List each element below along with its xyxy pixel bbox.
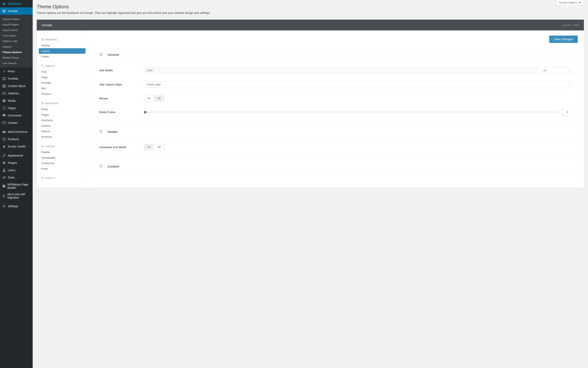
mail-icon: [2, 121, 6, 125]
nav-customize[interactable]: Customize: [39, 160, 86, 166]
nav-search[interactable]: Search: [39, 129, 86, 134]
user-icon: [2, 168, 6, 172]
submenu-support[interactable]: Support: [0, 44, 33, 49]
nav-product[interactable]: Product: [39, 91, 86, 97]
nav-group-label: General: [45, 38, 58, 41]
nav-posts[interactable]: Posts: [39, 106, 86, 112]
nav-post[interactable]: Post: [39, 69, 86, 74]
toggle-off[interactable]: Off: [154, 144, 164, 150]
boxed-toggle[interactable]: On Off: [144, 95, 164, 101]
nav-group-single: Single: [39, 63, 86, 69]
menu-media[interactable]: Media: [0, 97, 33, 104]
nav-footer[interactable]: Footer: [39, 54, 86, 59]
submenu-live-search[interactable]: Live Search: [0, 61, 33, 66]
nav-authors[interactable]: Authors: [39, 123, 86, 129]
nav-layout[interactable]: Layout: [39, 48, 86, 54]
menu-comments[interactable]: Comments: [0, 112, 33, 119]
body-frame-slider[interactable]: [144, 112, 559, 112]
nav-group-label: Archives: [45, 102, 59, 105]
menu-contact[interactable]: Contact: [0, 119, 33, 127]
layout-align-select[interactable]: Center align ▼: [144, 81, 572, 88]
menu-label: WPBakery Page Builder: [7, 183, 31, 189]
submenu-related-posts[interactable]: Related Posts: [0, 55, 33, 61]
panel-version: Uncode 1.7.RC2: [562, 24, 579, 26]
menu-settings[interactable]: Settings: [0, 202, 33, 210]
media-icon: [2, 99, 6, 103]
menu-galleries[interactable]: Galleries: [0, 90, 33, 97]
section-title: General: [107, 53, 119, 56]
menu-label: Dashboard: [8, 2, 22, 5]
menu-label: Posts: [8, 70, 15, 73]
menu-wpbakery[interactable]: WPBakery Page Builder: [0, 181, 33, 191]
blocks-icon: [2, 84, 6, 88]
menu-content-block[interactable]: Content Block: [0, 82, 33, 90]
slider-thumb[interactable]: [144, 111, 146, 113]
site-width-input[interactable]: [144, 67, 538, 74]
layers-icon: [2, 9, 6, 13]
nav-404[interactable]: 404: [39, 86, 86, 91]
nav-navbar[interactable]: Navbar: [39, 43, 86, 48]
nav-group-visual: Visual: [39, 143, 86, 149]
box-icon: [2, 137, 6, 141]
submenu-install-plugins[interactable]: Install Plugins: [0, 22, 33, 27]
nav-page[interactable]: Page: [39, 74, 86, 80]
menu-dashboard[interactable]: Dashboard: [0, 0, 33, 7]
menu-portfolio[interactable]: Portfolio: [0, 75, 33, 82]
submenu-options-utils[interactable]: Options Utils: [0, 38, 33, 44]
svg-rect-20: [100, 165, 102, 167]
vc-icon: [2, 184, 6, 188]
columns-icon: [99, 130, 103, 134]
menu-envato[interactable]: Envato Toolkit: [0, 143, 33, 150]
menu-users[interactable]: Users: [0, 166, 33, 174]
menu-migration[interactable]: All-in-One WP Migration: [0, 191, 33, 201]
menu-label: Contact: [8, 121, 18, 124]
submenu-theme-options[interactable]: Theme Options: [0, 49, 33, 55]
wrench-icon: [2, 175, 6, 180]
label-boxed: Boxed: [99, 97, 144, 100]
toggle-off[interactable]: Off: [154, 95, 164, 101]
screen-options-toggle[interactable]: Screen Options ▼: [557, 0, 584, 5]
toggle-on[interactable]: On: [144, 144, 154, 150]
panel-content: Save Changes General Site Width: [88, 30, 584, 187]
nav-typography[interactable]: Typography: [39, 155, 86, 160]
label-site-width: Site Width: [99, 69, 144, 72]
container-full-toggle[interactable]: On Off: [144, 144, 164, 150]
menu-woocommerce[interactable]: WooCommerce: [0, 128, 33, 136]
toggle-on[interactable]: On: [144, 95, 154, 101]
svg-rect-1: [4, 77, 6, 78]
menu-label: Portfolio: [8, 77, 18, 80]
menu-products[interactable]: Products: [0, 136, 33, 143]
menu-label: Settings: [8, 204, 18, 208]
submenu-import-demo[interactable]: Import Demo: [0, 27, 33, 33]
svg-point-17: [42, 178, 43, 178]
menu-pages[interactable]: Pages: [0, 104, 33, 112]
nav-extra[interactable]: Extra: [39, 166, 86, 171]
menu-label: Envato Toolkit: [8, 145, 26, 148]
submenu-font-stacks[interactable]: Font Stacks: [0, 33, 33, 38]
menu-label: Users: [8, 169, 15, 172]
menu-uncode[interactable]: Uncode: [0, 7, 33, 15]
nav-portfolios[interactable]: Portfolios: [39, 118, 86, 123]
menu-tools[interactable]: Tools: [0, 174, 33, 181]
save-button[interactable]: Save Changes: [549, 36, 578, 43]
section-content: Content: [94, 160, 578, 173]
menu-plugins[interactable]: Plugins: [0, 159, 33, 166]
page-icon: [2, 106, 6, 110]
menu-appearance[interactable]: Appearance: [0, 152, 33, 159]
submenu-uncode: System Status Install Plugins Import Dem…: [0, 15, 33, 68]
menu-posts[interactable]: Posts: [0, 68, 33, 75]
admin-sidebar: Dashboard Uncode System Status Install P…: [0, 0, 33, 368]
pin-icon: [2, 69, 6, 73]
submenu-system-status[interactable]: System Status: [0, 16, 33, 22]
nav-products[interactable]: Products: [39, 134, 86, 139]
nav-palette[interactable]: Palette: [39, 149, 86, 155]
menu-label: Tools: [8, 176, 15, 179]
nav-portfolio[interactable]: Portfolio: [39, 80, 86, 86]
site-width-unit-select[interactable]: px ▼: [541, 67, 572, 74]
svg-rect-0: [3, 77, 4, 78]
nav-group-general: General: [39, 37, 86, 43]
chevron-down-icon: ▼: [579, 1, 581, 4]
body-frame-value[interactable]: 0: [562, 109, 572, 115]
menu-label: Galleries: [8, 92, 19, 95]
nav-pages[interactable]: Pages: [39, 112, 86, 118]
